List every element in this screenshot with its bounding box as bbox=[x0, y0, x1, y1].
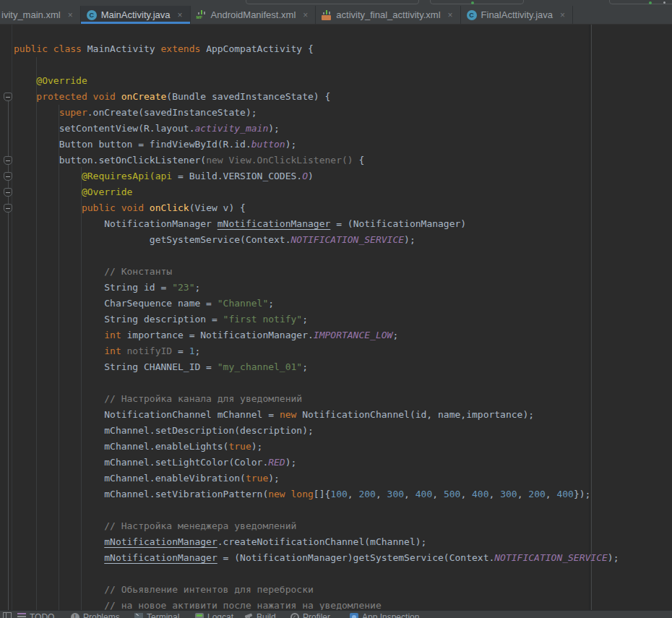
code-line[interactable] bbox=[14, 248, 619, 264]
code-line[interactable]: mChannel.setVibrationPattern(new long[]{… bbox=[14, 486, 619, 502]
tool-window-switcher[interactable] bbox=[3, 612, 12, 618]
tool-window-button-todo[interactable]: TODO bbox=[17, 612, 54, 618]
code-line[interactable] bbox=[14, 57, 619, 73]
close-tab-icon[interactable]: × bbox=[448, 10, 453, 20]
code-line[interactable] bbox=[14, 502, 619, 518]
tool-window-button-build[interactable]: Build bbox=[244, 612, 276, 618]
fold-collapse-icon[interactable] bbox=[4, 93, 12, 101]
code-line[interactable]: // Настройка менеджера уведомлений bbox=[14, 518, 619, 534]
code-line[interactable]: mNotificationManager = (NotificationMana… bbox=[14, 550, 619, 566]
tool-window-bar: TODOProblemsTerminalLogcatBuildProfilerA… bbox=[0, 610, 672, 618]
code-line[interactable]: @Override bbox=[14, 184, 619, 200]
tool-window-label: Profiler bbox=[303, 612, 330, 618]
code-line[interactable]: mChannel.enableLights(true); bbox=[14, 439, 619, 455]
build-icon bbox=[244, 613, 253, 618]
tab-label: MainActivity.java bbox=[101, 9, 171, 20]
problems-icon bbox=[71, 613, 79, 618]
ide-window: ivity_main.xml×CMainActivity.java×MFAndr… bbox=[0, 0, 672, 618]
code-editor[interactable]: public class MainActivity extends AppCom… bbox=[0, 25, 672, 610]
close-tab-icon[interactable]: × bbox=[177, 10, 182, 20]
fold-collapse-icon[interactable] bbox=[4, 188, 12, 197]
close-tab-icon[interactable]: × bbox=[560, 10, 565, 20]
code-line[interactable]: String description = "first notify"; bbox=[14, 312, 619, 327]
tab-label: activity_final_acttivity.xml bbox=[336, 9, 440, 20]
editor-tab-ivity_main.xml[interactable]: ivity_main.xml× bbox=[0, 6, 81, 24]
code-line[interactable]: CharSequence name = "Channel"; bbox=[14, 296, 619, 312]
editor-tab-FinalActtivity.java[interactable]: CFinalActtivity.java× bbox=[461, 6, 573, 24]
editor-tab-AndroidManifest.xml[interactable]: MFAndroidManifest.xml× bbox=[191, 6, 316, 24]
grid-icon bbox=[3, 612, 12, 618]
code-line[interactable]: public class MainActivity extends AppCom… bbox=[14, 41, 619, 57]
manifest-icon: MF bbox=[197, 10, 207, 20]
run-widget-fragment[interactable] bbox=[430, 0, 524, 4]
code-line[interactable]: mChannel.setLightColor(Color.RED); bbox=[14, 455, 619, 471]
tab-label: AndroidManifest.xml bbox=[211, 9, 296, 20]
tool-window-label: Build bbox=[257, 612, 276, 618]
fold-collapse-icon[interactable] bbox=[4, 204, 12, 213]
editor-tab-MainActivity.java[interactable]: CMainActivity.java× bbox=[81, 6, 191, 24]
terminal-icon bbox=[134, 613, 143, 618]
logcat-icon bbox=[195, 613, 204, 618]
device-widget-fragment[interactable] bbox=[609, 0, 672, 4]
code-line[interactable]: mChannel.setDescription(description); bbox=[14, 423, 619, 439]
code-line[interactable]: String id = "23"; bbox=[14, 280, 619, 296]
tool-window-button-terminal[interactable]: Terminal bbox=[134, 612, 179, 618]
code-line[interactable]: // Настройка канала для уведомлений bbox=[14, 391, 619, 407]
tab-label: ivity_main.xml bbox=[1, 9, 61, 20]
tool-window-label: App Inspection bbox=[362, 612, 419, 618]
code-line[interactable]: // Обьявление интентов для переброски bbox=[14, 582, 619, 598]
code-line[interactable]: String CHANNEL_ID = "my_channel_01"; bbox=[14, 359, 619, 375]
code-line[interactable]: int notifyID = 1; bbox=[14, 343, 619, 359]
code-line[interactable]: // Константы bbox=[14, 264, 619, 280]
code-line[interactable]: public void onClick(View v) { bbox=[14, 200, 619, 216]
tool-window-label: Logcat bbox=[207, 612, 233, 618]
status-white-icon bbox=[663, 1, 665, 4]
tool-window-button-profiler[interactable]: Profiler bbox=[290, 612, 330, 618]
tool-window-button-app-inspection[interactable]: App Inspection bbox=[350, 612, 419, 618]
code-line[interactable]: NotificationManager mNotificationManager… bbox=[14, 216, 619, 232]
close-tab-icon[interactable]: × bbox=[68, 10, 73, 20]
tab-label: FinalActtivity.java bbox=[481, 9, 553, 20]
code-line[interactable]: Button button = findViewById(R.id.button… bbox=[14, 137, 619, 153]
code-line[interactable]: protected void onCreate(Bundle savedInst… bbox=[14, 89, 619, 105]
status-green-icon bbox=[649, 1, 652, 4]
editor-tab-activity_final_acttivity.xml[interactable]: activity_final_acttivity.xml× bbox=[316, 6, 460, 24]
code-line[interactable]: mChannel.enableVibration(true); bbox=[14, 471, 619, 486]
search-field-fragment[interactable] bbox=[246, 0, 419, 4]
code-text[interactable]: public class MainActivity extends AppCom… bbox=[14, 41, 619, 610]
main-toolbar-sliver bbox=[0, 0, 672, 6]
fold-collapse-icon[interactable] bbox=[4, 172, 12, 181]
java-class-icon: C bbox=[467, 10, 477, 20]
code-line[interactable]: NotificationChannel mChannel = new Notif… bbox=[14, 407, 619, 423]
tool-window-label: Problems bbox=[83, 612, 120, 618]
code-line[interactable] bbox=[14, 566, 619, 582]
code-line[interactable]: setContentView(R.layout.activity_main); bbox=[14, 121, 619, 137]
close-tab-icon[interactable]: × bbox=[303, 10, 308, 20]
code-line[interactable]: @RequiresApi(api = Build.VERSION_CODES.O… bbox=[14, 168, 619, 184]
fold-collapse-icon[interactable] bbox=[4, 156, 12, 165]
code-line[interactable] bbox=[14, 375, 619, 391]
profiler-icon bbox=[290, 613, 299, 618]
tool-window-button-problems[interactable]: Problems bbox=[71, 612, 120, 618]
run-icon[interactable] bbox=[471, 1, 474, 4]
tool-window-label: TODO bbox=[30, 612, 54, 618]
code-line[interactable]: // на новое активити после нажатия на ув… bbox=[14, 598, 619, 610]
code-line[interactable]: getSystemService(Context.NOTIFICATION_SE… bbox=[14, 232, 619, 248]
editor-tab-bar: ivity_main.xml×CMainActivity.java×MFAndr… bbox=[0, 6, 672, 25]
code-line[interactable]: int importance = NotificationManager.IMP… bbox=[14, 327, 619, 343]
code-line[interactable]: button.setOnClickListener(new View.OnCli… bbox=[14, 153, 619, 168]
todo-icon bbox=[17, 613, 26, 618]
code-line[interactable]: super.onCreate(savedInstanceState); bbox=[14, 105, 619, 121]
java-class-icon: C bbox=[87, 10, 97, 20]
layout-orange-icon bbox=[322, 10, 332, 20]
code-line[interactable]: mNotificationManager.createNotificationC… bbox=[14, 534, 619, 550]
gutter-border bbox=[12, 25, 12, 610]
tool-window-button-logcat[interactable]: Logcat bbox=[195, 612, 233, 618]
code-line[interactable]: @Override bbox=[14, 73, 619, 89]
tool-window-label: Terminal bbox=[147, 612, 179, 618]
inspection-icon bbox=[350, 613, 358, 618]
